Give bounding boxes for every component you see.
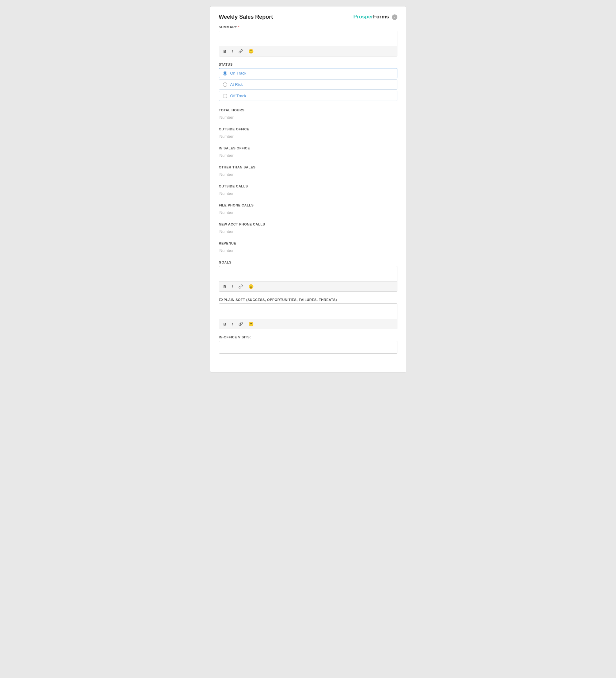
other-than-sales-section: OTHER THAN SALES: [219, 165, 397, 178]
total-hours-section: TOTAL HOURS: [219, 108, 397, 121]
outside-calls-label: OUTSIDE CALLS: [219, 184, 397, 188]
outside-office-label: OUTSIDE OFFICE: [219, 127, 397, 131]
revenue-input[interactable]: [219, 247, 266, 254]
summary-section: SUMMARY* B I 🙂: [219, 25, 397, 57]
form-container: Weekly Sales Report ProsperForms × SUMMA…: [210, 6, 406, 372]
summary-bold-button[interactable]: B: [222, 48, 228, 54]
file-phone-calls-label: FILE PHONE CALLS: [219, 203, 397, 207]
file-phone-calls-input[interactable]: [219, 209, 266, 216]
in-sales-office-label: IN SALES OFFICE: [219, 146, 397, 150]
status-off-track[interactable]: Off Track: [219, 91, 397, 101]
status-section: STATUS On Track At Risk Off Track: [219, 63, 397, 102]
outside-calls-section: OUTSIDE CALLS: [219, 184, 397, 197]
status-off-track-label: Off Track: [230, 93, 247, 98]
file-phone-calls-section: FILE PHONE CALLS: [219, 203, 397, 216]
in-office-visits-label: IN-OFFICE VISITS:: [219, 335, 397, 339]
revenue-label: REVENUE: [219, 241, 397, 245]
status-at-risk-radio[interactable]: [223, 82, 227, 87]
status-on-track-radio[interactable]: [223, 71, 227, 75]
summary-input[interactable]: [219, 31, 397, 46]
explain-soft-section: EXPLAIN SOFT (SUCCESS, OPPORTUNITIES, FA…: [219, 298, 397, 329]
status-options: On Track At Risk Off Track: [219, 68, 397, 102]
logo-forms: Forms: [373, 14, 389, 20]
new-acct-phone-calls-section: NEW ACCT PHONE CALLS: [219, 222, 397, 235]
form-header: Weekly Sales Report ProsperForms ×: [219, 14, 397, 20]
close-button[interactable]: ×: [392, 14, 397, 20]
status-off-track-radio[interactable]: [223, 94, 227, 98]
total-hours-label: TOTAL HOURS: [219, 108, 397, 112]
in-office-visits-section: IN-OFFICE VISITS:: [219, 335, 397, 354]
goals-italic-button[interactable]: I: [231, 284, 234, 290]
goals-emoji-button[interactable]: 🙂: [247, 284, 255, 290]
explain-soft-bold-button[interactable]: B: [222, 321, 228, 327]
outside-calls-input[interactable]: [219, 190, 266, 197]
status-on-track[interactable]: On Track: [219, 68, 397, 78]
new-acct-phone-calls-label: NEW ACCT PHONE CALLS: [219, 222, 397, 226]
summary-label: SUMMARY*: [219, 25, 397, 29]
explain-soft-editor: B I 🙂: [219, 303, 397, 329]
summary-link-button[interactable]: [237, 48, 244, 54]
goals-bold-button[interactable]: B: [222, 284, 228, 290]
other-than-sales-input[interactable]: [219, 171, 266, 178]
new-acct-phone-calls-input[interactable]: [219, 228, 266, 235]
explain-soft-input[interactable]: [219, 304, 397, 319]
summary-emoji-button[interactable]: 🙂: [247, 48, 255, 54]
outside-office-section: OUTSIDE OFFICE: [219, 127, 397, 140]
header-right: ProsperForms ×: [354, 14, 397, 20]
goals-input[interactable]: [219, 266, 397, 281]
explain-soft-italic-button[interactable]: I: [231, 321, 234, 327]
summary-italic-button[interactable]: I: [231, 48, 234, 54]
status-label: STATUS: [219, 63, 397, 66]
explain-soft-toolbar: B I 🙂: [219, 319, 397, 329]
outside-office-input[interactable]: [219, 133, 266, 140]
in-sales-office-input[interactable]: [219, 152, 266, 159]
logo: ProsperForms: [354, 14, 391, 20]
logo-prosper: Prosper: [354, 14, 373, 20]
status-on-track-label: On Track: [230, 71, 247, 75]
goals-editor: B I 🙂: [219, 266, 397, 292]
summary-editor: B I 🙂: [219, 31, 397, 57]
in-sales-office-section: IN SALES OFFICE: [219, 146, 397, 159]
in-office-visits-input[interactable]: [219, 341, 397, 353]
status-at-risk-label: At Risk: [230, 82, 243, 87]
goals-label: GOALS: [219, 260, 397, 264]
explain-soft-label: EXPLAIN SOFT (SUCCESS, OPPORTUNITIES, FA…: [219, 298, 397, 302]
goals-section: GOALS B I 🙂: [219, 260, 397, 292]
total-hours-input[interactable]: [219, 114, 266, 121]
goals-toolbar: B I 🙂: [219, 281, 397, 292]
explain-soft-emoji-button[interactable]: 🙂: [247, 321, 255, 327]
form-title: Weekly Sales Report: [219, 14, 273, 20]
other-than-sales-label: OTHER THAN SALES: [219, 165, 397, 169]
goals-link-button[interactable]: [237, 284, 244, 289]
in-office-visits-editor: [219, 341, 397, 354]
status-at-risk[interactable]: At Risk: [219, 79, 397, 89]
explain-soft-link-button[interactable]: [237, 321, 244, 327]
summary-toolbar: B I 🙂: [219, 46, 397, 56]
revenue-section: REVENUE: [219, 241, 397, 254]
